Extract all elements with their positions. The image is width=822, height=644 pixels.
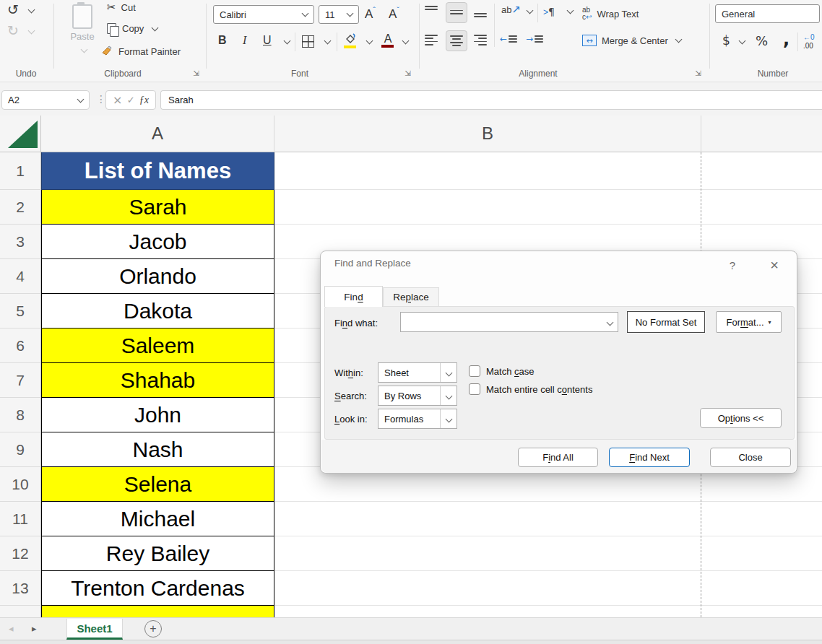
new-sheet-button[interactable]: + [144,620,162,638]
row-header-3[interactable]: 3 [0,225,41,259]
row-header-2[interactable]: 2 [0,190,41,225]
format-button[interactable]: Format... ▾ [716,311,782,333]
row-header-12[interactable]: 12 [0,536,41,571]
fill-color-button[interactable] [344,33,358,48]
cell-A11[interactable]: Michael [41,502,274,536]
merge-center-button[interactable]: ↔ Merge & Center [582,35,681,46]
cell-A2[interactable]: Sarah [41,190,274,225]
close-button[interactable]: Close [710,448,791,467]
copy-button[interactable]: Copy [107,23,157,34]
column-header-a[interactable]: A [41,116,274,152]
find-what-input[interactable] [400,312,618,332]
align-top-button[interactable] [425,6,438,12]
comma-button[interactable]: , [783,30,789,48]
next-sheet-icon[interactable]: ▸ [32,624,37,633]
select-all-corner[interactable] [0,116,41,152]
fill-color-dropdown-icon[interactable] [366,38,373,45]
tab-find[interactable]: Find [324,286,383,307]
decrease-indent-button[interactable]: ← [500,35,517,43]
cell-A4[interactable]: Orlando [41,259,274,294]
cell-A3[interactable]: Jacob [41,225,274,259]
paste-button[interactable]: Paste [66,4,98,55]
align-left-button[interactable] [425,35,438,45]
orientation-button[interactable]: ab↗ [501,4,521,15]
orientation-dropdown-icon[interactable] [527,7,534,14]
cell-A14-partial[interactable] [41,606,274,617]
row-header-6[interactable]: 6 [0,328,41,363]
clipboard-dialog-launcher[interactable]: ⇲ [191,69,201,78]
cell-A9[interactable]: Nash [41,432,274,467]
row-header-10[interactable]: 10 [0,467,41,502]
cancel-icon[interactable]: × [113,95,122,106]
italic-button[interactable]: I [243,34,246,47]
cell-A13[interactable]: Trenton Cardenas [41,571,274,606]
bold-button[interactable]: B [218,34,227,47]
prev-sheet-icon[interactable]: ◂ [9,624,14,633]
sheet-tab-sheet1[interactable]: Sheet1 [66,619,123,640]
row-header-13[interactable]: 13 [0,571,41,606]
underline-dropdown-icon[interactable] [284,38,291,45]
search-select[interactable]: By Rows [378,386,457,406]
currency-button[interactable]: $ [722,35,730,47]
percent-button[interactable]: % [756,35,768,48]
align-bottom-button[interactable] [474,13,487,19]
options-button[interactable]: Options << [700,408,782,428]
match-case-checkbox[interactable] [469,365,480,377]
tab-replace[interactable]: Replace [383,287,439,307]
row-header-14-partial[interactable] [0,606,41,617]
within-select[interactable]: Sheet [378,362,457,383]
text-direction-button[interactable]: >¶ [543,6,555,17]
look-in-dropdown[interactable] [440,409,457,428]
cell-A8[interactable]: John [41,398,274,432]
enter-icon[interactable]: ✓ [127,95,135,105]
dialog-close-button[interactable]: × [765,256,784,274]
dialog-help-button[interactable]: ? [723,256,742,274]
undo-dropdown-icon[interactable] [28,6,35,14]
cell-A10[interactable]: Selena [41,467,274,502]
within-dropdown[interactable] [440,363,457,382]
currency-dropdown-icon[interactable] [739,38,746,45]
cell-A6[interactable]: Saleem [41,328,274,363]
cell-A12[interactable]: Rey Bailey [41,536,274,571]
number-format-combobox[interactable]: General [715,4,820,23]
row-header-7[interactable]: 7 [0,363,41,398]
undo-icon[interactable]: ↺ [7,3,19,17]
cell-A1[interactable]: List of Names [41,152,274,190]
font-dialog-launcher[interactable]: ⇲ [403,69,412,78]
find-next-button[interactable]: Find Next [609,448,690,467]
underline-button[interactable]: U [263,34,272,47]
search-dropdown[interactable] [440,386,457,405]
font-size-combobox[interactable]: 11 [319,5,359,24]
row-header-11[interactable]: 11 [0,502,41,536]
row-header-4[interactable]: 4 [0,259,41,294]
text-direction-dropdown-icon[interactable] [567,7,574,14]
font-color-dropdown-icon[interactable] [402,38,410,45]
cell-A7[interactable]: Shahab [41,363,274,398]
borders-icon[interactable] [302,35,314,48]
borders-dropdown-icon[interactable] [324,38,332,45]
wrap-text-button[interactable]: abc↩ Wrap Text [582,6,639,21]
insert-function-icon[interactable]: ƒx [139,95,149,106]
row-header-5[interactable]: 5 [0,294,41,328]
formula-input[interactable]: Sarah [160,90,822,110]
find-all-button[interactable]: Find All [518,448,598,467]
font-name-combobox[interactable]: Calibri [213,5,314,24]
match-entire-checkbox[interactable] [469,383,480,395]
name-box[interactable]: A2 [1,90,90,110]
namebox-resize-dots-icon[interactable]: ⋮ [96,94,106,104]
row-header-1[interactable]: 1 [0,152,41,190]
find-what-dropdown[interactable] [602,313,618,331]
align-right-button[interactable] [474,35,487,45]
grow-font-button[interactable]: Aˆ [365,6,376,22]
align-middle-button[interactable] [446,2,467,23]
alignment-dialog-launcher[interactable]: ⇲ [693,69,703,78]
shrink-font-button[interactable]: Aˇ [389,6,399,22]
column-header-c-partial[interactable] [701,116,822,152]
increase-indent-button[interactable]: → [526,35,543,43]
row-header-9[interactable]: 9 [0,432,41,467]
align-center-button[interactable] [446,30,467,51]
cell-A5[interactable]: Dakota [41,294,274,328]
font-color-button[interactable]: A [381,32,394,48]
row-header-8[interactable]: 8 [0,398,41,432]
cut-button[interactable]: ✂ Cut [107,2,136,13]
